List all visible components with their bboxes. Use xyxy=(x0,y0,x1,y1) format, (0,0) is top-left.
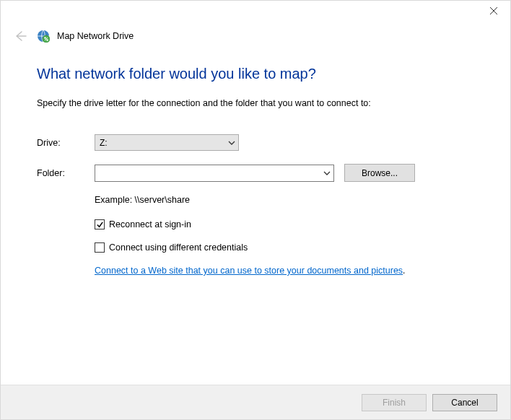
header-bar: Map Network Drive xyxy=(1,22,510,48)
period: . xyxy=(403,266,405,276)
reconnect-checkbox[interactable] xyxy=(95,219,105,229)
reconnect-row: Reconnect at sign-in xyxy=(95,219,481,229)
folder-label: Folder: xyxy=(37,168,95,178)
example-text: Example: \\server\share xyxy=(95,195,481,205)
chevron-down-icon xyxy=(323,170,331,177)
diff-credentials-label: Connect using different credentials xyxy=(109,242,248,253)
dialog-window: Map Network Drive What network folder wo… xyxy=(0,0,511,420)
svg-point-5 xyxy=(44,37,45,38)
folder-row: Folder: Browse... xyxy=(37,164,481,182)
diff-credentials-row: Connect using different credentials xyxy=(95,242,481,253)
footer: Finish Cancel xyxy=(1,385,510,419)
drive-label: Drive: xyxy=(37,138,95,148)
link-row: Connect to a Web site that you can use t… xyxy=(95,266,481,276)
chevron-down-icon xyxy=(228,139,235,146)
window-title: Map Network Drive xyxy=(57,31,134,41)
title-bar xyxy=(1,1,510,22)
drive-value: Z: xyxy=(100,138,108,148)
page-heading: What network folder would you like to ma… xyxy=(37,66,481,82)
back-arrow-icon xyxy=(13,29,27,43)
finish-button: Finish xyxy=(362,394,427,411)
cancel-button[interactable]: Cancel xyxy=(432,394,497,411)
checkmark-icon xyxy=(96,221,104,229)
network-drive-icon xyxy=(37,30,50,43)
content-area: What network folder would you like to ma… xyxy=(37,66,481,276)
close-icon xyxy=(489,6,498,15)
diff-credentials-checkbox[interactable] xyxy=(95,242,105,253)
drive-row: Drive: Z: xyxy=(37,134,481,151)
folder-combobox[interactable] xyxy=(95,165,334,182)
svg-point-6 xyxy=(46,39,48,40)
page-subtext: Specify the drive letter for the connect… xyxy=(37,98,481,108)
website-link[interactable]: Connect to a Web site that you can use t… xyxy=(95,266,403,276)
close-button[interactable] xyxy=(477,1,510,21)
reconnect-label: Reconnect at sign-in xyxy=(109,219,191,229)
drive-dropdown[interactable]: Z: xyxy=(95,134,239,151)
back-button xyxy=(11,27,30,45)
browse-button[interactable]: Browse... xyxy=(344,164,415,182)
